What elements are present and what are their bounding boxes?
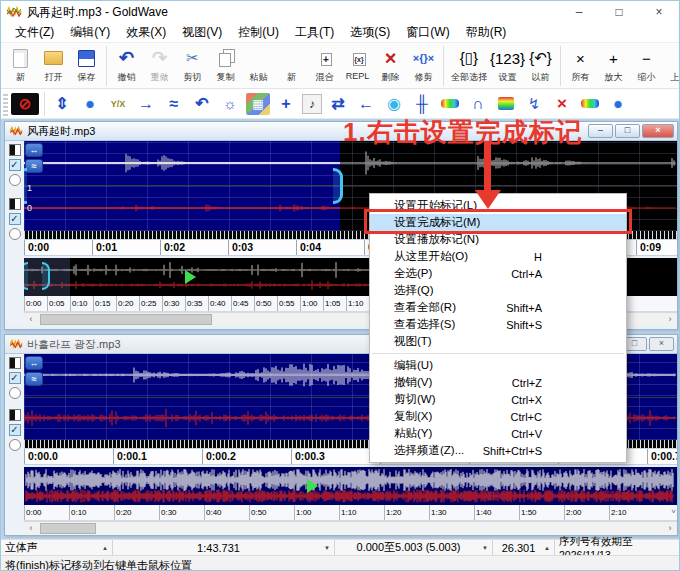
context-menu-item[interactable]: 撤销(V) Ctrl+Z — [370, 374, 626, 391]
menu-item[interactable]: 工具(T) — [287, 22, 342, 43]
zoom-out-icon[interactable]: − 缩小 — [630, 43, 663, 86]
playback-rate-icon[interactable]: → — [134, 93, 158, 115]
spectrum-pill-icon[interactable] — [438, 93, 462, 115]
select-all-icon[interactable]: {▯} 全部选择 — [447, 43, 491, 86]
minimize-button[interactable]: – — [559, 1, 599, 23]
channel-indicator-icon[interactable] — [9, 409, 21, 421]
context-menu-item[interactable]: 查看全部(R) Shift+A — [370, 299, 626, 316]
echo-spark-icon[interactable]: ↯ — [522, 93, 546, 115]
channel-indicator-icon[interactable] — [9, 357, 21, 369]
spectrum-layers-icon[interactable] — [494, 93, 518, 115]
context-menu-item[interactable]: 粘贴(Y) Ctrl+V — [370, 425, 626, 442]
context-menu-item[interactable]: 全选(P) Ctrl+A — [370, 265, 626, 282]
scroll-left-icon[interactable]: ‹ — [24, 522, 38, 535]
copy-icon[interactable]: 复制 — [209, 43, 242, 86]
context-menu-item[interactable]: 视图(T) — [370, 333, 626, 350]
mechanize-icon[interactable]: ▦ — [246, 93, 270, 115]
menu-item[interactable]: 文件(Z) — [7, 22, 62, 43]
context-menu-item[interactable]: 剪切(W) Ctrl+X — [370, 391, 626, 408]
set-selection-icon[interactable]: {123} 设置 — [491, 43, 524, 86]
filter-score-icon[interactable]: ♪ — [302, 94, 322, 114]
context-menu-item[interactable]: 从这里开始(O) H — [370, 248, 626, 265]
wave-zoom-button[interactable]: ≈ — [25, 159, 43, 173]
caret-down-icon[interactable]: ▼ — [478, 545, 488, 551]
zoom-status[interactable]: 26.301 ▲ — [493, 540, 555, 555]
pan-circle-icon[interactable]: ◉ — [382, 93, 406, 115]
zoom-all-icon[interactable]: × 所有 — [564, 43, 597, 86]
length-status[interactable]: 1:43.731 ▼ — [113, 540, 335, 555]
channel-checkbox[interactable]: ✓ — [9, 372, 21, 384]
paste-icon[interactable]: 粘贴 — [242, 43, 275, 86]
maximize-button[interactable]: □ — [599, 1, 639, 23]
child-minimize-button[interactable]: – — [588, 124, 613, 138]
overview-strip[interactable] — [24, 467, 677, 505]
channel-radio[interactable] — [9, 387, 21, 399]
horizontal-zoom-button[interactable]: ↔ — [25, 356, 43, 370]
scroll-left-icon[interactable]: ‹ — [24, 313, 38, 326]
paste-new-icon[interactable]: 新 — [275, 43, 308, 86]
horizontal-zoom-button[interactable]: ↔ — [25, 143, 43, 157]
context-menu-item[interactable]: 编辑(U) — [370, 357, 626, 374]
shift-left-icon[interactable]: ← — [354, 93, 378, 115]
caret-down-icon[interactable]: ▼ — [320, 545, 330, 551]
trim-icon[interactable]: ×{}× 修剪 — [407, 43, 440, 86]
overview-selection-start[interactable] — [24, 262, 28, 290]
context-menu-item[interactable]: 查看选择(S) Shift+S — [370, 316, 626, 333]
context-menu-item[interactable]: 选择(Q) — [370, 282, 626, 299]
redo-icon[interactable]: ↷ 重做 — [143, 43, 176, 86]
channels-status[interactable]: 立体声 ▲ — [1, 540, 113, 555]
equalizer-icon[interactable]: ╫ — [410, 93, 434, 115]
menu-item[interactable]: 窗口(W) — [398, 22, 457, 43]
volume-shape-icon[interactable]: ⇕ — [50, 93, 74, 115]
channel-indicator-icon[interactable] — [9, 144, 21, 156]
channel-checkbox[interactable]: ✓ — [9, 159, 21, 171]
spectrum-bar-icon[interactable] — [578, 93, 602, 115]
wave-zoom-button[interactable]: ≈ — [25, 372, 43, 386]
child-close-button[interactable]: × — [642, 124, 674, 138]
open-folder-icon[interactable]: 打开 — [37, 43, 70, 86]
channel-indicator-icon[interactable] — [9, 198, 21, 210]
horizontal-scrollbar[interactable]: ‹ › — [24, 521, 677, 535]
save-icon[interactable]: 保存 — [70, 43, 103, 86]
fade-doors-icon[interactable]: ∩ — [466, 93, 490, 115]
channel-radio[interactable] — [9, 228, 21, 240]
flange-icon[interactable]: ☼ — [218, 93, 242, 115]
zoom-previous-icon[interactable]: 上一 — [663, 43, 679, 86]
channel-checkbox[interactable]: ✓ — [9, 213, 21, 225]
restrict-icon[interactable]: ⊘ — [11, 93, 39, 115]
doppler-icon[interactable]: ≈ — [162, 93, 186, 115]
pan-sphere-icon[interactable]: ● — [606, 93, 630, 115]
cut-icon[interactable]: ✂ 剪切 — [176, 43, 209, 86]
scroll-down-icon[interactable]: ˅ — [671, 507, 676, 516]
scrollbar-thumb[interactable] — [40, 314, 212, 325]
exchange-icon[interactable]: ⇄ — [326, 93, 350, 115]
scroll-right-icon[interactable]: › — [663, 522, 677, 535]
menu-item[interactable]: 编辑(Y) — [62, 22, 118, 43]
zoom-in-icon[interactable]: + 放大 — [597, 43, 630, 86]
mix-icon[interactable]: 混合 — [308, 43, 341, 86]
caret-up-icon[interactable]: ▲ — [540, 545, 550, 551]
menu-item[interactable]: 选项(S) — [342, 22, 398, 43]
selection-status[interactable]: 0.000至5.003 (5.003) ▼ — [335, 540, 493, 555]
selection-finish-marker[interactable] — [333, 168, 343, 204]
previous-selection-icon[interactable]: {↶} 以前 — [524, 43, 557, 86]
undo-icon[interactable]: ↶ 撤销 — [110, 43, 143, 86]
menu-item[interactable]: 控制(U) — [230, 22, 287, 43]
new-file-icon[interactable]: 新 — [4, 43, 37, 86]
caret-up-icon[interactable]: ▲ — [98, 545, 108, 551]
offset-icon[interactable]: + — [274, 93, 298, 115]
context-menu-item[interactable]: 复制(X) Ctrl+C — [370, 408, 626, 425]
menu-item[interactable]: 视图(V) — [174, 22, 230, 43]
scrollbar-thumb[interactable] — [40, 523, 96, 534]
child-close-button[interactable]: × — [649, 337, 674, 351]
scroll-right-icon[interactable]: › — [663, 313, 677, 326]
menu-item[interactable]: 帮助(R) — [458, 22, 515, 43]
close-button[interactable]: × — [639, 1, 679, 23]
delete-icon[interactable]: × 删除 — [374, 43, 407, 86]
toolbar-grip[interactable] — [3, 92, 8, 116]
overview-selection-finish[interactable] — [42, 262, 50, 290]
channel-radio[interactable] — [9, 439, 21, 451]
pitch-sphere-icon[interactable]: ● — [78, 93, 102, 115]
selection-start-marker[interactable] — [24, 168, 27, 204]
replace-icon[interactable]: REPL — [341, 43, 374, 86]
